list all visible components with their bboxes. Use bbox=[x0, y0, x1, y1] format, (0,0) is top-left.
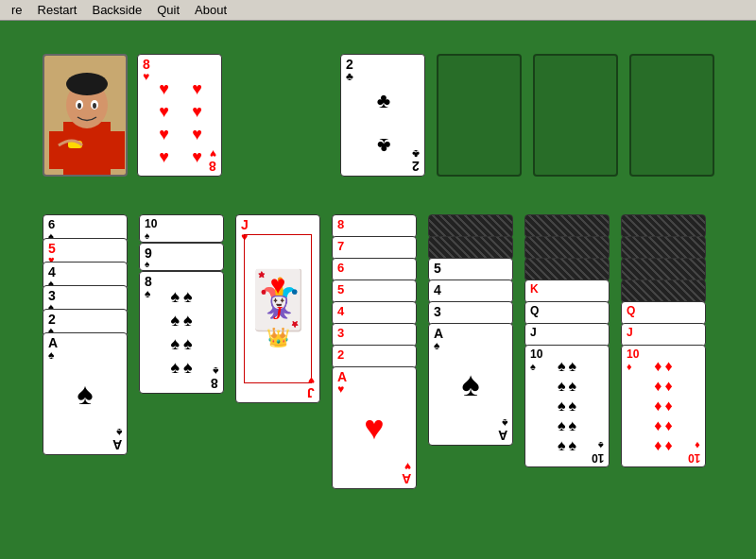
tableau-col4-card2[interactable]: 7 bbox=[332, 236, 417, 260]
tableau-col6-bottom[interactable]: 10 ♠ ♠♠ ♠♠ ♠♠ ♠♠ ♠♠ 10 ♠ bbox=[524, 345, 610, 467]
tableau-col6-back1[interactable] bbox=[524, 214, 610, 238]
tableau-col7-back2[interactable] bbox=[621, 236, 706, 260]
tableau-col4-card6[interactable]: 3 bbox=[332, 323, 417, 347]
foundation-3[interactable] bbox=[533, 54, 618, 177]
tableau-col5-back1[interactable] bbox=[428, 214, 513, 238]
menu-restart[interactable]: Restart bbox=[30, 1, 85, 19]
foundation-2[interactable] bbox=[437, 54, 522, 177]
svg-point-9 bbox=[93, 103, 96, 109]
tableau-col7-back4[interactable] bbox=[621, 280, 706, 303]
tableau-col7-bottom[interactable]: 10 ♦ ♦♦ ♦♦ ♦♦ ♦♦ ♦♦ 10 ♦ bbox=[621, 345, 706, 467]
tableau-col7-card2[interactable]: J bbox=[621, 323, 706, 347]
tableau-col6-card2[interactable]: Q bbox=[524, 301, 610, 325]
tableau-col4-bottom[interactable]: A ♥ ♥ A ♥ bbox=[332, 366, 417, 489]
svg-rect-4 bbox=[49, 131, 68, 169]
tableau-col1-bottom[interactable]: A ♠ ♠ A ♠ bbox=[43, 332, 128, 455]
menu-backside[interactable]: Backside bbox=[84, 1, 149, 19]
svg-rect-5 bbox=[106, 131, 125, 169]
tableau-col5-back2[interactable] bbox=[428, 236, 513, 260]
tableau-col7-back1[interactable] bbox=[621, 214, 706, 238]
tableau-col5-card1[interactable]: 5 bbox=[428, 258, 513, 281]
svg-point-8 bbox=[77, 103, 81, 109]
tableau-col4-card7[interactable]: 2 bbox=[332, 345, 417, 368]
foundation-4[interactable] bbox=[629, 54, 714, 177]
menu-about[interactable]: About bbox=[187, 1, 234, 19]
menu-quit[interactable]: Quit bbox=[149, 1, 187, 19]
menu-re[interactable]: re bbox=[4, 1, 30, 19]
tableau-col4-card4[interactable]: 5 bbox=[332, 280, 417, 303]
svg-point-3 bbox=[66, 73, 108, 95]
tableau-col3-bottom[interactable]: J ♥ 🃏 ♥ J 👑 J ♥ bbox=[235, 214, 320, 403]
svg-rect-1 bbox=[63, 122, 111, 177]
foundation-1[interactable]: 2 ♣ ♣ ♣ 2 ♣ bbox=[340, 54, 425, 177]
tableau-col7-card1[interactable]: Q bbox=[621, 301, 706, 325]
tableau-col5-card3[interactable]: 3 bbox=[428, 301, 513, 325]
tableau-col2-card2[interactable]: 9 ♠ bbox=[139, 243, 224, 271]
stock-pile[interactable] bbox=[43, 54, 128, 177]
tableau-col5-card2[interactable]: 4 bbox=[428, 280, 513, 303]
menu-bar: re Restart Backside Quit About bbox=[0, 0, 756, 21]
tableau-col6-card3[interactable]: J bbox=[524, 323, 610, 347]
tableau-col2-bottom[interactable]: 8 ♠ ♠♠ ♠♠ ♠♠ ♠♠ 8 ♠ bbox=[139, 271, 224, 394]
tableau-col7-back3[interactable] bbox=[621, 258, 706, 281]
waste-pile-card[interactable]: 8 ♥ ♥♥ ♥♥ ♥♥ ♥♥ 8 ♥ bbox=[137, 54, 222, 177]
tableau-col6-back2[interactable] bbox=[524, 236, 610, 260]
tableau-col5-bottom[interactable]: A ♠ ♠ A ♠ bbox=[428, 323, 513, 446]
tableau-col4-card5[interactable]: 4 bbox=[332, 301, 417, 325]
tableau-col2-card1[interactable]: 10 ♠ bbox=[139, 214, 224, 243]
tableau-col6-back3[interactable] bbox=[524, 258, 610, 281]
tableau-col4-card1[interactable]: 8 bbox=[332, 214, 417, 238]
game-area: 8 ♥ ♥♥ ♥♥ ♥♥ ♥♥ 8 ♥ 2 ♣ ♣ ♣ 2 ♣ 6 ♠ 5 ♥ bbox=[0, 21, 756, 559]
tableau-col6-card1[interactable]: K bbox=[524, 280, 610, 303]
tableau-col4-card3[interactable]: 6 bbox=[332, 258, 417, 281]
